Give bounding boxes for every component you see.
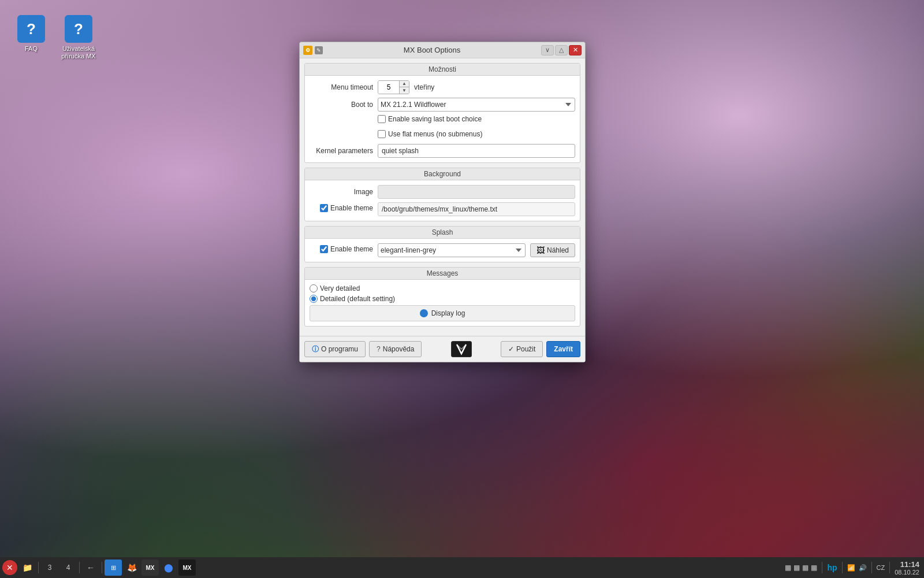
- splash-enable-theme-label[interactable]: Enable theme: [330, 245, 373, 253]
- dialog-minimize-button[interactable]: ∨: [541, 45, 554, 55]
- image-row: Image: [310, 185, 575, 199]
- desktop-icon-faq[interactable]: ? FAQ: [8, 12, 54, 56]
- image-browse-field[interactable]: [378, 185, 575, 199]
- splash-enable-theme-checkbox-row: Enable theme: [320, 245, 373, 253]
- display-log-icon: [420, 309, 428, 317]
- dialog-maximize-button[interactable]: △: [555, 45, 568, 55]
- taskbar-tray-grid[interactable]: ▦ ▦ ▦ ▦: [785, 564, 817, 572]
- taskbar: ✕ 📁 3 4 ← ⊞ 🦊 MX ⬤ MX ▦ ▦ ▦ ▦ hp 📶 🔊 CZ …: [0, 557, 924, 578]
- kernel-params-label: Kernel parameters: [310, 147, 373, 155]
- taskbar-right: ▦ ▦ ▦ ▦ hp 📶 🔊 CZ 11:14 08.10.22: [780, 560, 924, 576]
- taskbar-close-btn[interactable]: ✕: [2, 560, 17, 575]
- close-label: Zavřít: [554, 345, 573, 353]
- messages-section: Messages Very detailed Detailed (default…: [304, 267, 580, 327]
- faq-label: FAQ: [25, 45, 38, 53]
- menu-timeout-spinbox[interactable]: ▲ ▼: [378, 80, 409, 94]
- help-button[interactable]: ? Nápověda: [369, 341, 422, 357]
- splash-enable-theme-row: Enable theme elegant-linen-grey 🖼 Náhled: [310, 243, 575, 257]
- taskbar-files-btn[interactable]: 📁: [18, 560, 36, 576]
- preview-icon: 🖼: [536, 246, 545, 255]
- flat-menus-checkbox-row: Use flat menus (no submenus): [378, 130, 482, 138]
- boot-options-dialog: ⚙ ✎ MX Boot Options ∨ △ ✕ Možnosti Menu …: [299, 42, 586, 362]
- display-log-button[interactable]: Display log: [310, 305, 575, 321]
- boot-to-label: Boot to: [310, 101, 373, 109]
- desktop-icon-manual[interactable]: ? Uživatelská příručka MX: [55, 12, 102, 64]
- bg-enable-theme-label[interactable]: Enable theme: [330, 204, 373, 212]
- moznosti-section: Možnosti Menu timeout ▲ ▼ vteřiny: [304, 63, 580, 163]
- dialog-titlebar: ⚙ ✎ MX Boot Options ∨ △ ✕: [300, 42, 585, 58]
- apply-button[interactable]: ✓ Použit: [501, 341, 543, 357]
- very-detailed-radio-row: Very detailed: [310, 284, 575, 292]
- taskbar-volume-icon: 🔊: [859, 564, 867, 572]
- taskbar-clock[interactable]: 11:14 08.10.22: [895, 560, 919, 576]
- taskbar-sep-1: [38, 562, 39, 573]
- taskbar-sep-tray: [822, 562, 822, 573]
- about-button[interactable]: ⓘ O programu: [304, 341, 366, 357]
- kernel-params-input[interactable]: [378, 144, 575, 158]
- spinbox-down-arrow[interactable]: ▼: [400, 87, 409, 94]
- taskbar-sep-lang: [889, 562, 890, 573]
- preview-label: Náhled: [547, 246, 569, 254]
- moznosti-header: Možnosti: [305, 64, 580, 76]
- menu-timeout-label: Menu timeout: [310, 83, 373, 91]
- tray-icon-3: ▦: [802, 564, 808, 572]
- apply-label: Použit: [516, 345, 535, 353]
- taskbar-lang[interactable]: CZ: [877, 564, 885, 571]
- spinbox-up-arrow[interactable]: ▲: [400, 80, 409, 87]
- kernel-params-row: Kernel parameters: [310, 144, 575, 158]
- tray-icon-1: ▦: [785, 564, 791, 572]
- taskbar-windows-btn[interactable]: ⊞: [105, 560, 122, 576]
- tray-icon-2: ▦: [793, 564, 800, 572]
- detailed-radio[interactable]: [310, 295, 318, 303]
- splash-theme-select[interactable]: elegant-linen-grey: [378, 243, 526, 257]
- flat-menus-checkbox[interactable]: [378, 130, 386, 138]
- taskbar-num3[interactable]: 3: [41, 560, 58, 576]
- bg-enable-theme-checkbox[interactable]: [320, 204, 328, 212]
- very-detailed-radio[interactable]: [310, 284, 318, 292]
- enable-saving-checkbox[interactable]: [378, 115, 386, 123]
- dialog-close-button[interactable]: ✕: [569, 45, 582, 55]
- taskbar-mx-btn[interactable]: MX: [141, 560, 159, 576]
- taskbar-firefox-btn[interactable]: 🦊: [123, 560, 140, 576]
- close-button[interactable]: Zavřít: [546, 341, 580, 357]
- preview-button[interactable]: 🖼 Náhled: [530, 243, 575, 257]
- messages-header: Messages: [305, 268, 580, 280]
- bg-theme-checkbox-container: Enable theme: [310, 204, 373, 214]
- taskbar-sep-vol: [871, 562, 872, 573]
- background-body: Image Enable theme /boot/grub/themes/mx_…: [305, 180, 580, 221]
- help-icon: ?: [377, 345, 381, 353]
- taskbar-time-display: 11:14: [895, 560, 919, 569]
- checkbox-row: Enable saving last boot choice Use flat …: [378, 115, 575, 140]
- help-label: Nápověda: [383, 345, 415, 353]
- boot-to-select[interactable]: MX 21.2.1 Wildflower: [378, 98, 575, 112]
- image-label: Image: [310, 188, 373, 196]
- bg-enable-theme-row: Enable theme /boot/grub/themes/mx_linux/…: [310, 202, 575, 216]
- background-header: Background: [305, 168, 580, 180]
- background-section: Background Image Enable theme /boot/grub: [304, 168, 580, 221]
- menu-timeout-row: Menu timeout ▲ ▼ vteřiny: [310, 80, 575, 94]
- manual-label: Uživatelská příručka MX: [59, 45, 98, 60]
- dialog-title: MX Boot Options: [325, 46, 539, 54]
- taskbar-chromium-btn[interactable]: ⬤: [160, 560, 177, 576]
- very-detailed-label[interactable]: Very detailed: [320, 284, 360, 292]
- messages-body: Very detailed Detailed (default setting)…: [305, 280, 580, 326]
- enable-saving-label[interactable]: Enable saving last boot choice: [388, 115, 482, 123]
- taskbar-num4[interactable]: 4: [59, 560, 77, 576]
- taskbar-sep-2: [79, 562, 80, 573]
- taskbar-mx2-btn[interactable]: MX: [178, 560, 196, 576]
- moznosti-body: Menu timeout ▲ ▼ vteřiny Boot to MX 21.2…: [305, 76, 580, 162]
- taskbar-sep-3: [102, 562, 102, 573]
- detailed-label[interactable]: Detailed (default setting): [320, 295, 395, 303]
- menu-timeout-input[interactable]: [378, 81, 399, 94]
- footer-right: ✓ Použit Zavřít: [501, 341, 580, 357]
- mx-logo-button[interactable]: [451, 341, 472, 357]
- dialog-window-controls: ∨ △ ✕: [541, 45, 582, 55]
- detailed-radio-row: Detailed (default setting): [310, 295, 575, 303]
- flat-menus-label[interactable]: Use flat menus (no submenus): [388, 130, 482, 138]
- taskbar-back-btn[interactable]: ←: [82, 560, 99, 576]
- spinbox-arrows: ▲ ▼: [399, 80, 409, 94]
- splash-enable-theme-checkbox[interactable]: [320, 245, 328, 253]
- taskbar-date-display: 08.10.22: [895, 569, 919, 576]
- boot-to-row: Boot to MX 21.2.1 Wildflower: [310, 98, 575, 112]
- splash-header: Splash: [305, 227, 580, 239]
